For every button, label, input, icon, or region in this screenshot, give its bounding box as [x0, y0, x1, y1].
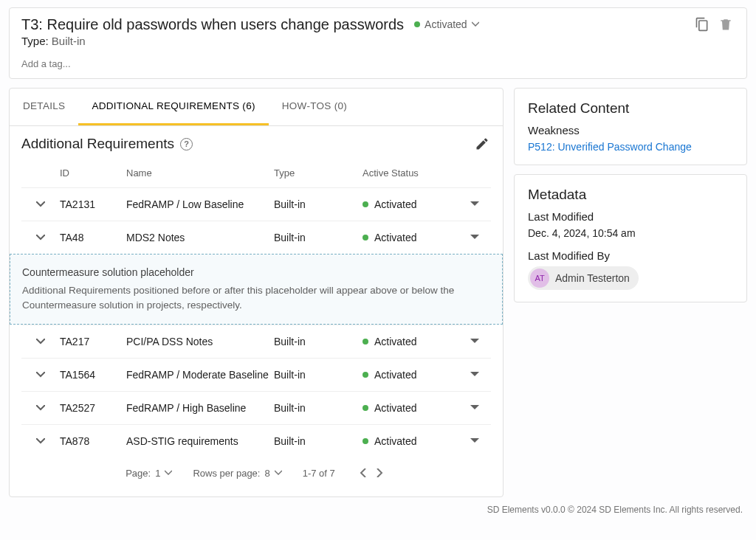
- rows-per-page-select[interactable]: Rows per page: 8: [193, 468, 281, 479]
- tab-details[interactable]: Details: [10, 89, 78, 125]
- row-menu-button[interactable]: [458, 438, 491, 444]
- row-name: ASD-STIG requirements: [126, 435, 274, 447]
- row-name: FedRAMP / Moderate Baseline: [126, 369, 274, 381]
- modified-by-chip[interactable]: AT Admin Testerton: [528, 266, 639, 290]
- row-type: Built-in: [274, 435, 362, 447]
- chevron-down-icon: [36, 372, 45, 378]
- chevron-down-icon: [36, 235, 45, 240]
- footer-copyright: SD Elements v0.0.0 © 2024 SD Elements In…: [0, 497, 756, 515]
- menu-caret-icon: [470, 235, 479, 240]
- menu-caret-icon: [470, 201, 479, 207]
- page-select[interactable]: Page: 1: [126, 468, 172, 479]
- row-menu-button[interactable]: [458, 405, 491, 411]
- countermeasure-placeholder: Countermeasure solution placeholder Addi…: [10, 254, 503, 325]
- tag-input[interactable]: [21, 58, 169, 69]
- row-id: TA48: [60, 232, 126, 243]
- status-dot-icon: [362, 339, 368, 345]
- expand-row-button[interactable]: [21, 372, 60, 378]
- page-range: 1-7 of 7: [303, 468, 335, 479]
- type-label: Type:: [21, 35, 49, 47]
- row-menu-button[interactable]: [458, 201, 491, 207]
- chevron-down-icon: [36, 339, 45, 345]
- tab-additional-requirements[interactable]: Additional Requirements (6): [78, 89, 268, 125]
- table-row: TA1564FedRAMP / Moderate BaselineBuilt-i…: [21, 358, 491, 391]
- chevron-right-icon: [377, 468, 384, 477]
- table-row: TA2527FedRAMP / High BaselineBuilt-inAct…: [21, 391, 491, 424]
- page-title: T3: Require old passwords when users cha…: [21, 16, 404, 33]
- trash-icon: [718, 17, 733, 32]
- main-panel: Details Additional Requirements (6) How-…: [9, 88, 504, 497]
- chevron-left-icon: [359, 468, 366, 477]
- row-type: Built-in: [274, 198, 362, 210]
- status-label: Activated: [425, 18, 467, 30]
- expand-row-button[interactable]: [21, 339, 60, 345]
- row-status: Activated: [362, 232, 458, 243]
- table-row: TA217PCI/PA DSS NotesBuilt-inActivated: [21, 325, 491, 358]
- next-page-button[interactable]: [374, 468, 387, 477]
- prev-page-button[interactable]: [356, 468, 369, 477]
- row-name: MDS2 Notes: [126, 232, 274, 243]
- col-active: Active Status: [362, 167, 458, 179]
- table-row: TA878ASD-STIG requirementsBuilt-inActiva…: [21, 424, 491, 457]
- avatar: AT: [530, 269, 549, 288]
- menu-caret-icon: [470, 372, 479, 378]
- row-type: Built-in: [274, 232, 362, 243]
- status-dot-icon: [362, 405, 368, 411]
- weakness-link[interactable]: P512: Unverified Password Change: [528, 141, 692, 153]
- col-name: Name: [126, 167, 274, 179]
- row-type: Built-in: [274, 402, 362, 414]
- status-dot-icon: [362, 201, 368, 207]
- row-type: Built-in: [274, 336, 362, 347]
- row-menu-button[interactable]: [458, 372, 491, 378]
- placeholder-desc: Additional Requirements positioned befor…: [22, 283, 490, 314]
- menu-caret-icon: [470, 438, 479, 444]
- copy-icon: [695, 17, 709, 32]
- related-content-panel: Related Content Weakness P512: Unverifie…: [514, 88, 747, 165]
- menu-caret-icon: [470, 405, 479, 411]
- row-type: Built-in: [274, 369, 362, 381]
- row-status: Activated: [362, 369, 458, 381]
- table-row: TA2131FedRAMP / Low BaselineBuilt-inActi…: [21, 187, 491, 221]
- modified-by-name: Admin Testerton: [555, 272, 630, 284]
- row-menu-button[interactable]: [458, 235, 491, 240]
- delete-button[interactable]: [717, 15, 735, 33]
- chevron-down-icon: [36, 405, 45, 411]
- pagination: Page: 1 Rows per page: 8 1-7 of 7: [21, 457, 491, 489]
- row-id: TA2527: [60, 402, 126, 414]
- metadata-panel: Metadata Last Modified Dec. 4, 2024, 10:…: [514, 174, 747, 302]
- type-value: Built-in: [52, 35, 86, 47]
- chevron-down-icon: [472, 21, 479, 28]
- last-modified-label: Last Modified: [528, 210, 733, 223]
- pencil-icon: [475, 136, 489, 151]
- status-dot-icon: [414, 21, 420, 27]
- chevron-down-icon: [36, 438, 45, 444]
- page-header: T3: Require old passwords when users cha…: [9, 7, 747, 79]
- related-heading: Related Content: [528, 100, 733, 117]
- metadata-heading: Metadata: [528, 187, 733, 203]
- row-status: Activated: [362, 435, 458, 447]
- edit-button[interactable]: [473, 135, 491, 153]
- status-dot-icon: [362, 438, 368, 444]
- copy-button[interactable]: [693, 15, 711, 33]
- row-id: TA2131: [60, 198, 126, 210]
- last-modified-by-label: Last Modified By: [528, 249, 733, 262]
- status-dropdown[interactable]: Activated: [414, 18, 479, 30]
- help-icon[interactable]: ?: [180, 138, 193, 150]
- expand-row-button[interactable]: [21, 235, 60, 240]
- chevron-down-icon: [36, 201, 45, 207]
- menu-caret-icon: [470, 339, 479, 345]
- row-id: TA878: [60, 435, 126, 447]
- row-id: TA1564: [60, 369, 126, 381]
- row-name: FedRAMP / Low Baseline: [126, 198, 274, 210]
- status-dot-icon: [362, 235, 368, 240]
- status-dot-icon: [362, 372, 368, 378]
- expand-row-button[interactable]: [21, 405, 60, 411]
- col-id: ID: [60, 167, 126, 179]
- expand-row-button[interactable]: [21, 438, 60, 444]
- table-header: ID Name Type Active Status: [21, 159, 491, 187]
- row-name: FedRAMP / High Baseline: [126, 402, 274, 414]
- expand-row-button[interactable]: [21, 201, 60, 207]
- row-menu-button[interactable]: [458, 339, 491, 345]
- last-modified-value: Dec. 4, 2024, 10:54 am: [528, 227, 733, 239]
- tab-howtos[interactable]: How-Tos (0): [269, 89, 360, 125]
